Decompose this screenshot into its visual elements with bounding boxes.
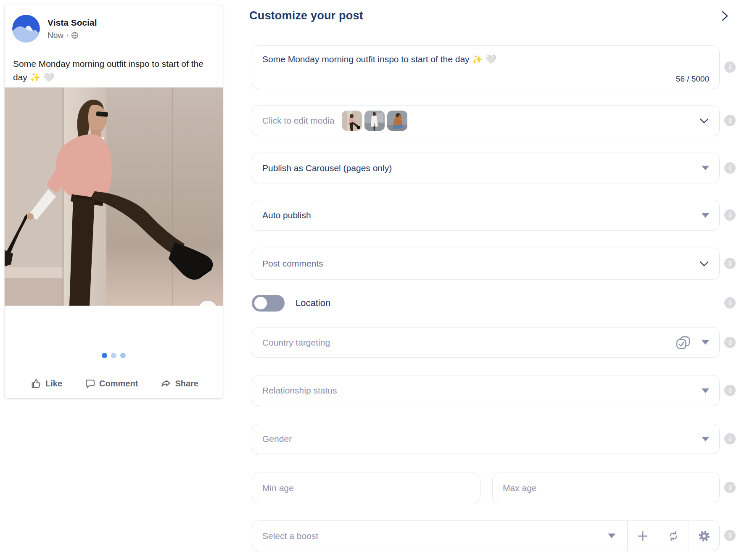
- media-expand-chevron[interactable]: [699, 118, 709, 124]
- account-name: Vista Social: [48, 18, 97, 28]
- dropdown-caret-icon: [702, 166, 709, 170]
- copy-check-icon: [676, 336, 691, 349]
- thumbnail-photo-1: [342, 111, 362, 131]
- dropdown-caret-icon: [702, 388, 709, 393]
- min-age-input[interactable]: [252, 473, 480, 503]
- info-icon[interactable]: i: [724, 433, 736, 444]
- media-thumbnail-3[interactable]: [387, 111, 407, 131]
- info-icon[interactable]: i: [724, 61, 736, 73]
- toggle-knob: [254, 297, 267, 309]
- globe-icon: [71, 32, 79, 39]
- comment-label: Comment: [99, 379, 138, 388]
- dropdown-caret-icon: [702, 437, 709, 441]
- location-toggle[interactable]: [252, 295, 285, 312]
- chevron-right-icon: [203, 305, 212, 306]
- share-button[interactable]: Share: [160, 378, 198, 389]
- post-image: [5, 87, 223, 306]
- publish-as-carousel-label: Publish as Carousel (pages only): [262, 163, 392, 173]
- country-targeting-label: Country targeting: [262, 338, 330, 348]
- post-header-text: Vista Social Now ·: [48, 15, 97, 42]
- gender-select[interactable]: Gender: [252, 424, 720, 454]
- relationship-status-label: Relationship status: [262, 386, 337, 396]
- vista-social-logo-icon: [12, 15, 40, 42]
- country-targeting-select[interactable]: Country targeting: [252, 327, 720, 358]
- app-root: Vista Social Now · Some Monday morning o…: [0, 0, 755, 560]
- refresh-boosts-button[interactable]: [658, 521, 689, 551]
- share-label: Share: [175, 379, 198, 388]
- max-age-input[interactable]: [493, 473, 719, 503]
- info-icon[interactable]: i: [724, 297, 736, 309]
- boost-settings-button[interactable]: [689, 521, 719, 551]
- post-preview-card: Vista Social Now · Some Monday morning o…: [5, 5, 223, 398]
- character-counter: 56 / 5000: [676, 74, 709, 84]
- caption-field[interactable]: Some Monday morning outfit inspo to star…: [252, 45, 720, 89]
- auto-publish-select[interactable]: Auto publish: [252, 200, 720, 231]
- panel-collapse-button[interactable]: [718, 9, 731, 23]
- media-field[interactable]: Click to edit media: [252, 105, 720, 136]
- post-timestamp: Now ·: [48, 31, 97, 40]
- post-text: Some Monday morning outfit inspo to star…: [13, 57, 215, 84]
- media-thumbnail-2[interactable]: [364, 111, 385, 131]
- thumbs-up-icon: [31, 378, 42, 389]
- caption-text[interactable]: Some Monday morning outfit inspo to star…: [262, 54, 709, 64]
- comment-bubble-icon: [84, 378, 96, 389]
- chevron-down-icon: [699, 261, 709, 267]
- comment-button[interactable]: Comment: [84, 378, 138, 389]
- info-icon[interactable]: i: [724, 258, 736, 269]
- min-age-field: [252, 473, 480, 503]
- info-icon[interactable]: i: [724, 162, 736, 174]
- dropdown-caret-icon: [608, 534, 615, 538]
- avatar: [12, 15, 40, 42]
- info-icon[interactable]: i: [724, 530, 736, 541]
- publish-as-carousel-select[interactable]: Publish as Carousel (pages only): [252, 153, 720, 183]
- relationship-status-select[interactable]: Relationship status: [252, 375, 720, 406]
- auto-publish-label: Auto publish: [262, 210, 311, 220]
- dropdown-caret-icon: [702, 340, 709, 345]
- boost-placeholder: Select a boost: [262, 531, 318, 541]
- carousel-dot-active[interactable]: [102, 353, 107, 358]
- post-comments-field[interactable]: Post comments: [252, 248, 720, 280]
- like-button[interactable]: Like: [31, 378, 62, 389]
- add-boost-button[interactable]: [627, 521, 658, 551]
- timestamp-separator: ·: [66, 31, 69, 40]
- media-thumbnail-1[interactable]: [342, 111, 362, 131]
- media-thumbnails: [342, 111, 407, 131]
- panel-title: Customize your post: [249, 9, 363, 22]
- outfit-photo: [5, 87, 223, 306]
- thumbnail-photo-3: [387, 111, 407, 131]
- dropdown-caret-icon: [702, 213, 709, 218]
- boost-row: Select a boost: [252, 520, 720, 551]
- like-label: Like: [45, 379, 62, 388]
- location-label: Location: [296, 298, 330, 309]
- info-icon[interactable]: i: [724, 385, 736, 396]
- info-icon[interactable]: i: [724, 209, 736, 221]
- carousel-dots: [5, 353, 223, 358]
- info-icon[interactable]: i: [724, 337, 736, 348]
- post-comments-label: Post comments: [262, 259, 323, 269]
- boost-select[interactable]: Select a boost: [252, 521, 627, 551]
- info-icon[interactable]: i: [724, 115, 736, 126]
- max-age-field: [492, 473, 720, 503]
- info-icon[interactable]: i: [724, 482, 736, 493]
- post-actions-bar: Like Comment Share: [5, 372, 223, 395]
- refresh-icon: [667, 530, 680, 542]
- post-comments-expand-chevron[interactable]: [699, 261, 709, 267]
- gender-label: Gender: [262, 434, 292, 444]
- select-all-button[interactable]: [676, 336, 691, 349]
- media-field-label: Click to edit media: [262, 116, 335, 126]
- plus-icon: [636, 530, 649, 542]
- share-arrow-icon: [160, 378, 172, 389]
- chevron-down-icon: [699, 118, 709, 124]
- timestamp-text: Now: [48, 31, 63, 40]
- post-header: Vista Social Now ·: [12, 15, 97, 42]
- carousel-dot[interactable]: [111, 353, 116, 358]
- thumbnail-photo-2: [364, 111, 385, 131]
- chevron-right-icon: [719, 9, 731, 23]
- gear-icon: [698, 530, 710, 542]
- location-row: Location: [252, 295, 330, 312]
- carousel-dot[interactable]: [120, 353, 126, 358]
